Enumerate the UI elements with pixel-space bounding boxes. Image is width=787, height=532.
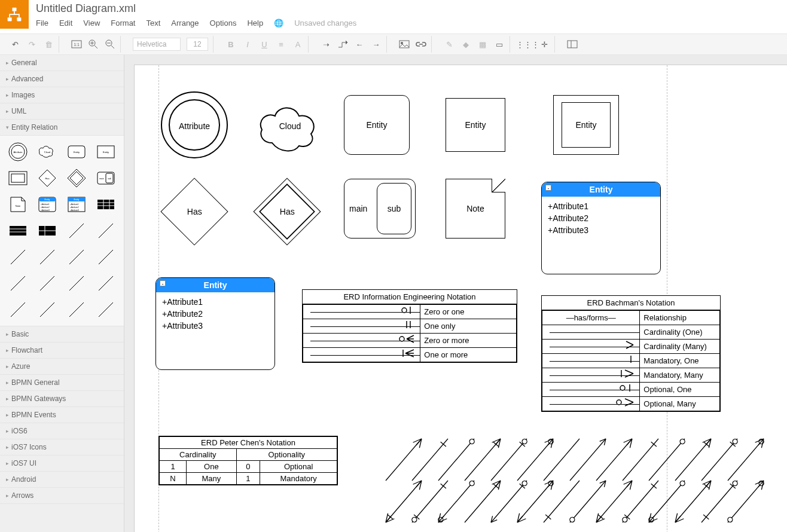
bold-icon[interactable]: B xyxy=(225,39,236,50)
palette-line-1[interactable] xyxy=(64,219,90,242)
palette-line-7[interactable] xyxy=(5,272,30,295)
canvas[interactable]: Attribute Cloud Entity Entity Entity xyxy=(134,65,787,532)
palette-line-6[interactable] xyxy=(93,246,119,268)
undo-icon[interactable]: ↶ xyxy=(10,39,20,50)
sidebar-section-android[interactable]: Android xyxy=(0,472,124,488)
image-icon[interactable] xyxy=(399,39,410,50)
font-color-icon[interactable]: A xyxy=(292,39,303,50)
zoom-out-icon[interactable] xyxy=(105,39,115,50)
document-title[interactable]: Untitled Diagram.xml xyxy=(36,0,356,15)
palette-table-dark-3[interactable] xyxy=(34,219,60,242)
palette-has-diamond[interactable]: Has xyxy=(34,167,60,189)
sidebar-section-ios7-ui[interactable]: iOS7 UI xyxy=(0,455,124,472)
palette-line-2[interactable] xyxy=(93,219,119,242)
palette-entity-plain[interactable]: Entity xyxy=(93,140,119,163)
gradient-icon[interactable]: ▭ xyxy=(494,39,505,50)
align-icon[interactable]: ≡ xyxy=(276,39,286,50)
palette-entity-blue-2[interactable]: Entity+Attribute1+Attribute2+Attribute3 xyxy=(64,193,90,216)
sidebar-section-bpmn-general[interactable]: BPMN General xyxy=(0,375,124,391)
collapse-icon[interactable]: - xyxy=(545,185,551,191)
font-select[interactable]: Helvetica xyxy=(133,38,181,51)
menu-help[interactable]: Help xyxy=(247,19,263,27)
arrow-right-icon[interactable]: → xyxy=(371,39,382,50)
connector-straight-icon[interactable]: ➝ xyxy=(321,39,331,50)
menu-options[interactable]: Options xyxy=(210,19,237,27)
shape-attribute[interactable]: Attribute xyxy=(158,89,230,163)
palette-line-13[interactable] xyxy=(64,298,90,321)
palette-line-11[interactable] xyxy=(5,298,30,321)
line-color-icon[interactable]: ✎ xyxy=(444,39,454,50)
menu-format[interactable]: Format xyxy=(111,19,135,27)
sidebar-section-flowchart[interactable]: Flowchart xyxy=(0,343,124,359)
sidebar-section-arrows[interactable]: Arrows xyxy=(0,488,124,504)
font-size-select[interactable]: 12 xyxy=(187,38,208,51)
palette-entity-framed[interactable] xyxy=(5,167,30,189)
palette-has-diamond-double[interactable] xyxy=(64,167,90,189)
palette-line-4[interactable] xyxy=(34,246,60,268)
sidebar-section-basic[interactable]: Basic xyxy=(0,326,124,343)
shape-has-diamond[interactable]: Has xyxy=(170,188,218,236)
arrow-left-icon[interactable]: ← xyxy=(354,39,365,50)
shape-main-sub[interactable]: main sub xyxy=(344,179,416,239)
palette-entity-blue-1[interactable]: Entity+Attribute1+Attribute2+Attribute3 xyxy=(34,193,60,216)
ie-notation-table[interactable]: ERD Information Engineering Notation Zer… xyxy=(302,289,517,363)
entity-card-2[interactable]: -Entity +Attribute1 +Attribute2 +Attribu… xyxy=(155,277,275,370)
link-icon[interactable] xyxy=(416,39,426,50)
sidebar-section-azure[interactable]: Azure xyxy=(0,359,124,375)
sidebar-section-bpmn-events[interactable]: BPMN Events xyxy=(0,407,124,423)
palette-attribute[interactable]: Attribute xyxy=(5,140,30,163)
sidebar-section-ios7-icons[interactable]: iOS7 Icons xyxy=(0,439,124,455)
menu-file[interactable]: File xyxy=(36,19,48,27)
underline-icon[interactable]: U xyxy=(259,39,270,50)
shape-entity-plain[interactable]: Entity xyxy=(446,98,505,152)
palette-line-12[interactable] xyxy=(34,298,60,321)
italic-icon[interactable]: I xyxy=(242,39,253,50)
outline-toggle-icon[interactable] xyxy=(567,39,578,50)
palette-note[interactable]: Note xyxy=(5,193,30,216)
chen-table[interactable]: ERD Peter Chen's Notation CardinalityOpt… xyxy=(158,436,338,485)
shape-entity-framed[interactable]: Entity xyxy=(553,95,619,155)
palette-line-3[interactable] xyxy=(5,246,30,268)
grid-dots-icon[interactable]: ⋮⋮⋮ xyxy=(522,39,533,50)
connector-sample[interactable] xyxy=(722,475,770,528)
sidebar-section-general[interactable]: General xyxy=(0,55,124,71)
shape-cloud[interactable]: Cloud xyxy=(254,95,326,157)
sidebar-section-bpmn-gateways[interactable]: BPMN Gateways xyxy=(0,391,124,407)
palette-line-9[interactable] xyxy=(64,272,90,295)
palette-cloud[interactable]: Cloud xyxy=(34,140,60,163)
menu-edit[interactable]: Edit xyxy=(59,19,72,27)
collapse-icon[interactable]: - xyxy=(160,280,166,286)
palette-table-dark-2[interactable] xyxy=(5,219,30,242)
sidebar-section-ios6[interactable]: iOS6 xyxy=(0,423,124,439)
palette-line-8[interactable] xyxy=(34,272,60,295)
shape-has-diamond-double[interactable]: Has xyxy=(263,188,311,236)
palette-entity-rounded[interactable]: Entity xyxy=(64,140,90,163)
menu-arrange[interactable]: Arrange xyxy=(171,19,199,27)
palette-line-5[interactable] xyxy=(64,246,90,268)
fill-color-icon[interactable]: ◆ xyxy=(460,39,471,50)
svg-rect-1 xyxy=(8,17,12,21)
menu-text[interactable]: Text xyxy=(146,19,160,27)
bachman-table[interactable]: ERD Bachman's Notation —has/forms—Relati… xyxy=(541,295,721,412)
shape-note[interactable]: Note xyxy=(446,179,505,239)
delete-icon[interactable]: 🗑 xyxy=(43,39,54,50)
sidebar-section-entity-relation[interactable]: Entity Relation xyxy=(0,120,124,136)
sidebar-section-uml[interactable]: UML xyxy=(0,103,124,120)
actual-size-icon[interactable]: 1:1 xyxy=(71,39,82,50)
sidebar-section-advanced[interactable]: Advanced xyxy=(0,71,124,87)
shadow-icon[interactable]: ▩ xyxy=(477,39,488,50)
connector-waypoint-icon[interactable] xyxy=(337,39,348,50)
palette-main-sub[interactable]: mainsub xyxy=(93,167,119,189)
grid-guides-icon[interactable]: ✛ xyxy=(539,39,550,50)
palette-table-dark[interactable] xyxy=(93,193,119,216)
zoom-in-icon[interactable] xyxy=(88,39,99,50)
globe-icon[interactable]: 🌐 xyxy=(274,19,283,27)
redo-icon[interactable]: ↷ xyxy=(26,39,37,50)
menu-view[interactable]: View xyxy=(83,19,100,27)
shape-entity-rounded[interactable]: Entity xyxy=(344,95,410,155)
palette-line-10[interactable] xyxy=(93,272,119,295)
palette-line-14[interactable] xyxy=(93,298,119,321)
sidebar-section-images[interactable]: Images xyxy=(0,87,124,103)
app-logo[interactable] xyxy=(0,0,29,29)
entity-card-1[interactable]: -Entity +Attribute1 +Attribute2 +Attribu… xyxy=(541,182,661,274)
